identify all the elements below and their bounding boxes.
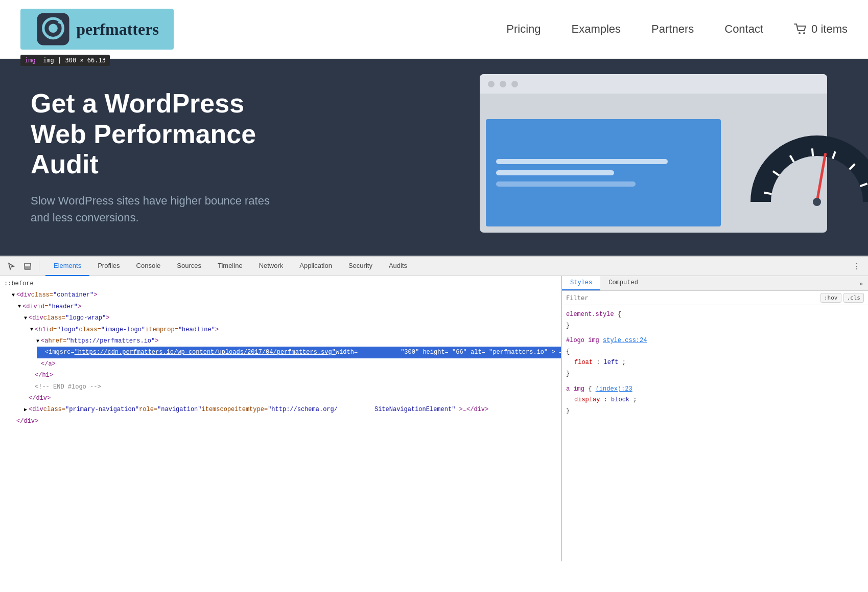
logo-icon: perfmatters bbox=[35, 11, 159, 47]
cart-label: 0 items bbox=[811, 22, 848, 36]
nav-item-partners[interactable]: Partners bbox=[651, 22, 694, 36]
site-header: perfmatters img img | 300 × 66.13 Pricin… bbox=[0, 0, 868, 59]
logo-box: perfmatters img img | 300 × 66.13 bbox=[20, 9, 174, 50]
elements-line-comment: <!-- END #logo --> bbox=[25, 381, 561, 393]
styles-panel: Styles Computed » :hov .cls element.styl… bbox=[561, 276, 868, 561]
svg-point-4 bbox=[799, 32, 801, 34]
styles-filter: :hov .cls bbox=[562, 291, 868, 305]
nav-item-pricing[interactable]: Pricing bbox=[506, 22, 541, 36]
browser-blue-area bbox=[486, 119, 721, 226]
elements-line-close-div: </div> bbox=[12, 416, 561, 427]
tab-timeline[interactable]: Timeline bbox=[209, 257, 251, 276]
tab-security[interactable]: Security bbox=[340, 257, 381, 276]
blue-line-3 bbox=[496, 181, 636, 187]
nav-item-contact[interactable]: Contact bbox=[724, 22, 763, 36]
style-link-2[interactable]: (index):23 bbox=[596, 385, 632, 393]
elements-line-close-logowrap: </div> bbox=[18, 393, 561, 404]
styles-filter-input[interactable] bbox=[566, 294, 816, 302]
cart-item[interactable]: 0 items bbox=[794, 22, 848, 36]
nav-item-examples[interactable]: Examples bbox=[572, 22, 621, 36]
tooltip-dimensions: img | 300 × 66.13 bbox=[43, 57, 106, 64]
blue-line-1 bbox=[496, 159, 668, 164]
elements-line-anchor: ▼ <a href= "https://perfmatters.io" > bbox=[31, 335, 561, 347]
devtools-dock-btn[interactable] bbox=[20, 259, 35, 274]
browser-content bbox=[480, 94, 827, 233]
styles-content: element.style { } #logo img style.css:24… bbox=[562, 305, 868, 561]
cart-icon bbox=[794, 24, 807, 35]
devtools-cursor-btn[interactable] bbox=[4, 259, 18, 274]
browser-dot-1 bbox=[488, 81, 495, 87]
style-prop-display: display : block ; bbox=[574, 395, 864, 406]
styles-hov-btn[interactable]: :hov bbox=[820, 293, 841, 303]
logo-svg-icon bbox=[35, 11, 71, 47]
dock-icon bbox=[24, 262, 32, 270]
browser-mockup bbox=[480, 74, 827, 233]
devtools-toolbar: Elements Profiles Console Sources Timeli… bbox=[0, 257, 868, 276]
devtools-panel: Elements Profiles Console Sources Timeli… bbox=[0, 256, 868, 561]
browser-dot-3 bbox=[511, 81, 518, 87]
styles-tab-styles[interactable]: Styles bbox=[562, 276, 600, 290]
style-link-1[interactable]: style.css:24 bbox=[603, 337, 647, 344]
hero-text: Get a WordPress Web Performance Audit Sl… bbox=[31, 88, 286, 226]
tab-application[interactable]: Application bbox=[291, 257, 340, 276]
elements-line-logowrap: ▼ <div class= "logo-wrap" > bbox=[18, 312, 561, 324]
elements-line-primary-nav: ▶ <div class= "primary-navigation" role=… bbox=[18, 404, 561, 415]
svg-point-5 bbox=[803, 32, 805, 34]
svg-point-2 bbox=[49, 24, 58, 33]
style-prop-float: float : left ; bbox=[574, 357, 864, 369]
styles-chevron-btn[interactable]: » bbox=[854, 276, 868, 290]
hero-title: Get a WordPress Web Performance Audit bbox=[31, 88, 286, 180]
elements-line-close-h1: </h1> bbox=[25, 370, 561, 381]
blue-line-2 bbox=[496, 170, 614, 175]
speedometer-graphic bbox=[745, 100, 827, 233]
nav-menu: Pricing Examples Partners Contact 0 item… bbox=[506, 22, 848, 36]
elements-line-container: ▼ <div class= "container" > bbox=[6, 289, 561, 301]
tab-elements[interactable]: Elements bbox=[45, 257, 89, 276]
devtools-sep bbox=[39, 261, 39, 271]
browser-titlebar bbox=[480, 74, 827, 94]
svg-rect-16 bbox=[25, 266, 31, 269]
hero-graphic bbox=[480, 74, 837, 238]
styles-cls-btn[interactable]: .cls bbox=[843, 293, 864, 303]
elements-line-img[interactable]: <img src= "https://cdn.perfmatters.io/wp… bbox=[37, 347, 561, 358]
svg-line-9 bbox=[812, 148, 813, 156]
svg-point-14 bbox=[813, 198, 821, 206]
styles-tab-computed[interactable]: Computed bbox=[600, 276, 646, 290]
tab-network[interactable]: Network bbox=[251, 257, 292, 276]
hero-subtitle: Slow WordPress sites have higher bounce … bbox=[31, 192, 286, 226]
style-rule-a-img: a img { (index):23 display : block ; } bbox=[566, 384, 864, 417]
elements-dot bbox=[37, 351, 40, 354]
svg-line-13 bbox=[817, 154, 825, 202]
cursor-icon bbox=[7, 262, 15, 270]
style-rule-element: element.style { } bbox=[566, 309, 864, 331]
style-rule-logo-img: #logo img style.css:24 { float : left ; … bbox=[566, 335, 864, 379]
svg-line-6 bbox=[764, 193, 772, 194]
logo-text: perfmatters bbox=[76, 20, 159, 39]
elements-line-header: ▼ <div id= "header" > bbox=[12, 301, 561, 312]
img-tooltip: img img | 300 × 66.13 bbox=[20, 55, 110, 66]
browser-dot-2 bbox=[500, 81, 506, 87]
styles-tabs: Styles Computed » bbox=[562, 276, 868, 291]
elements-line-h1: ▼ <h1 id= "logo" class= "image-logo" ite… bbox=[25, 324, 561, 335]
devtools-body: ::before ▼ <div class= "container" > ▼ <… bbox=[0, 276, 868, 561]
styles-filter-btns: :hov .cls bbox=[820, 293, 864, 303]
devtools-more-btn[interactable]: ⋮ bbox=[850, 259, 864, 274]
tab-profiles[interactable]: Profiles bbox=[89, 257, 128, 276]
tab-sources[interactable]: Sources bbox=[169, 257, 209, 276]
devtools-tabs: Elements Profiles Console Sources Timeli… bbox=[45, 257, 415, 276]
tab-audits[interactable]: Audits bbox=[381, 257, 415, 276]
hero-section: Get a WordPress Web Performance Audit Sl… bbox=[0, 59, 868, 256]
tooltip-tag: img bbox=[25, 57, 36, 64]
elements-before-pseudo: ::before bbox=[0, 278, 561, 289]
tab-console[interactable]: Console bbox=[128, 257, 169, 276]
elements-panel[interactable]: ::before ▼ <div class= "container" > ▼ <… bbox=[0, 276, 561, 561]
elements-line-close-a: </a> bbox=[31, 358, 561, 370]
logo-area: perfmatters img img | 300 × 66.13 bbox=[20, 9, 174, 50]
